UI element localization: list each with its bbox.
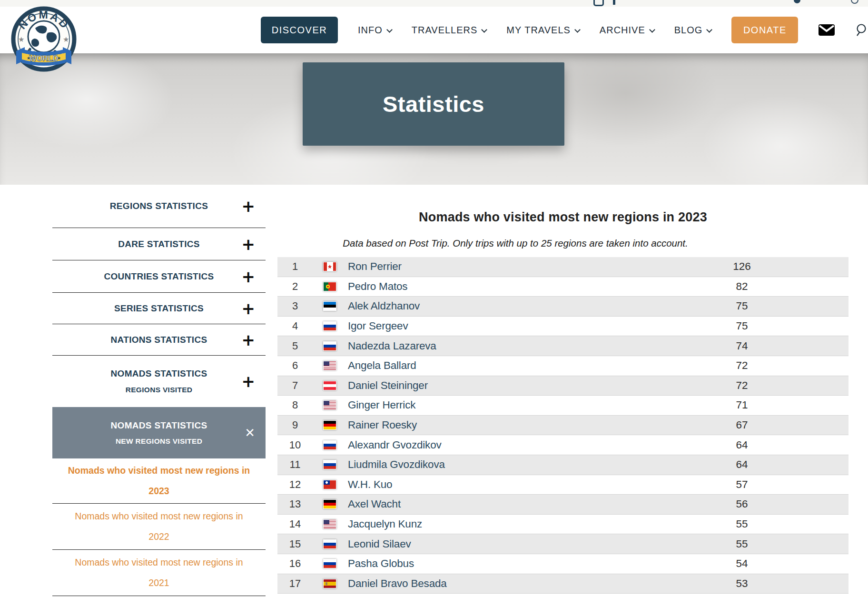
nav-item-info[interactable]: INFO [358,25,392,36]
table-row[interactable]: 5Nadezda Lazareva74 [277,336,848,356]
bell-icon[interactable] [851,0,858,4]
logo-star-left: ★ [18,35,24,43]
rank-cell: 4 [284,317,306,336]
nomad-name[interactable]: Pedro Matos [348,277,407,297]
nomad-name[interactable]: Pasha Globus [348,554,414,574]
flag-taiwan-icon [323,480,336,489]
nav-item-label: MY TRAVELS [506,25,571,36]
nomad-name[interactable]: Ron Perrier [348,257,402,277]
expand-plus-icon[interactable]: + [242,373,256,389]
nomad-name[interactable]: Leonid Silaev [348,534,411,554]
expand-plus-icon[interactable]: + [242,332,256,348]
close-icon[interactable]: ✕ [245,426,255,440]
rank-cell: 6 [284,356,306,376]
table-row[interactable]: 3Alek Aldzhanov75 [277,297,848,317]
nomadmania-logo[interactable]: NOMAD MANIA ★ ★ WORLD ★ ★ [10,5,77,73]
expand-plus-icon[interactable]: + [242,300,256,317]
table-row[interactable]: 8Ginger Herrick71 [277,396,848,416]
table-row[interactable]: 10Alexandr Gvozdikov64 [277,435,848,455]
sidebar-item-sublabel: REGIONS VISITED [126,386,193,394]
rank-cell: 5 [284,336,306,356]
table-row[interactable]: 16Pasha Globus54 [277,554,848,574]
page-title: Statistics [383,91,484,117]
table-row[interactable]: 6Angela Ballard72 [277,356,848,376]
expand-plus-icon[interactable]: + [242,198,256,214]
regions-count: 55 [727,534,757,554]
rank-cell: 1 [284,257,306,277]
sidebar-item-label: REGIONS STATISTICS [110,201,208,211]
sidebar-item-nomads-statistics-new-regions-visited-active[interactable]: NOMADS STATISTICSNEW REGIONS VISITED✕ [52,407,266,458]
nav-item-label: TRAVELLERS [412,25,478,36]
expand-plus-icon[interactable]: + [242,269,256,285]
nav-item-archive[interactable]: ARCHIVE [600,25,654,36]
flag-russia-icon [323,539,336,549]
nomad-name[interactable]: Axel Wacht [348,495,401,514]
search-icon[interactable] [855,23,868,37]
nomad-name[interactable]: Rainer Roesky [348,416,417,435]
sidebar-link-2023[interactable]: Nomads who visited most new regions in 2… [52,458,266,504]
flag-austria-icon [323,381,336,390]
nomad-name[interactable]: Alexandr Gvozdikov [348,435,442,455]
table-subtitle: Data based on Post Trip. Only trips with… [230,238,801,249]
table-row[interactable]: 7Daniel Steininger72 [277,376,848,396]
nomad-name[interactable]: Igor Sergeev [348,317,408,336]
flag-estonia-icon [323,301,336,311]
rank-cell: 2 [284,277,306,297]
sidebar-item-label: COUNTRIES STATISTICS [104,271,214,282]
sidebar-item-nations-statistics[interactable]: NATIONS STATISTICS+ [52,324,266,356]
sidebar-link-2021[interactable]: Nomads who visited most new regions in 2… [52,550,266,596]
flag-russia-icon [323,559,336,568]
regions-count: 82 [727,277,757,297]
nomad-name[interactable]: Daniel Steininger [348,376,428,396]
nav-item-blog[interactable]: BLOG [674,25,712,36]
chevron-down-icon [387,27,392,31]
regions-count: 71 [727,396,757,415]
regions-count: 55 [727,515,757,534]
table-row[interactable]: 17Daniel Bravo Besada53 [277,574,848,594]
table-row[interactable]: 13Axel Wacht56 [277,495,848,515]
rank-cell: 12 [284,475,306,495]
nav-item-my-travels[interactable]: MY TRAVELS [506,25,580,36]
sidebar-item-label: SERIES STATISTICS [114,303,204,314]
sidebar-item-nomads-statistics-regions-visited[interactable]: NOMADS STATISTICSREGIONS VISITED+ [52,356,266,407]
rank-cell: 16 [284,554,306,574]
nomad-name[interactable]: Daniel Bravo Besada [348,574,447,594]
donate-button[interactable]: DONATE [731,17,798,43]
flag-portugal-icon [323,282,336,291]
nav-item-travellers[interactable]: TRAVELLERS [412,25,487,36]
table-row[interactable]: 4Igor Sergeev75 [277,317,848,337]
instagram-icon[interactable] [593,0,604,6]
nomad-name[interactable]: Liudmila Gvozdikova [348,455,445,475]
nomad-name[interactable]: Jacquelyn Kunz [348,515,422,534]
nomad-name[interactable]: Ginger Herrick [348,396,415,415]
table-row[interactable]: 11Liudmila Gvozdikova64 [277,455,848,475]
nomad-name[interactable]: Alek Aldzhanov [348,297,420,316]
table-row[interactable]: 1Ron Perrier126 [277,257,848,277]
regions-count: 75 [727,297,757,316]
sidebar-link-2022[interactable]: Nomads who visited most new regions in 2… [52,504,266,550]
nomad-name[interactable]: Nadezda Lazareva [348,336,436,356]
sidebar-item-series-statistics[interactable]: SERIES STATISTICS+ [52,293,266,324]
sidebar-item-label: DARE STATISTICS [118,239,200,249]
flag-germany-icon [323,499,336,509]
hero-banner: Statistics [0,53,868,185]
table-row[interactable]: 2Pedro Matos82 [277,277,848,297]
nomad-name[interactable]: Angela Ballard [348,356,416,376]
sidebar-item-countries-statistics[interactable]: COUNTRIES STATISTICS+ [52,260,266,293]
table-row[interactable]: 15Leonid Silaev55 [277,534,848,554]
sidebar-item-regions-statistics[interactable]: REGIONS STATISTICS+ [52,185,266,228]
facebook-icon[interactable] [613,0,615,5]
table-row[interactable]: 14Jacquelyn Kunz55 [277,515,848,535]
table-row[interactable]: 12W.H. Kuo57 [277,475,848,495]
user-icon[interactable] [794,0,800,3]
nav-item-discover[interactable]: DISCOVER [261,17,338,43]
svg-text:★: ★ [57,56,61,60]
table-row[interactable]: 9Rainer Roesky67 [277,416,848,436]
mail-icon[interactable] [818,24,835,36]
flag-germany-icon [323,420,336,430]
flag-usa-icon [323,400,336,410]
nomad-name[interactable]: W.H. Kuo [348,475,392,495]
nav-item-label: ARCHIVE [600,25,645,36]
logo-globe [28,21,59,52]
rank-cell: 8 [284,396,306,415]
